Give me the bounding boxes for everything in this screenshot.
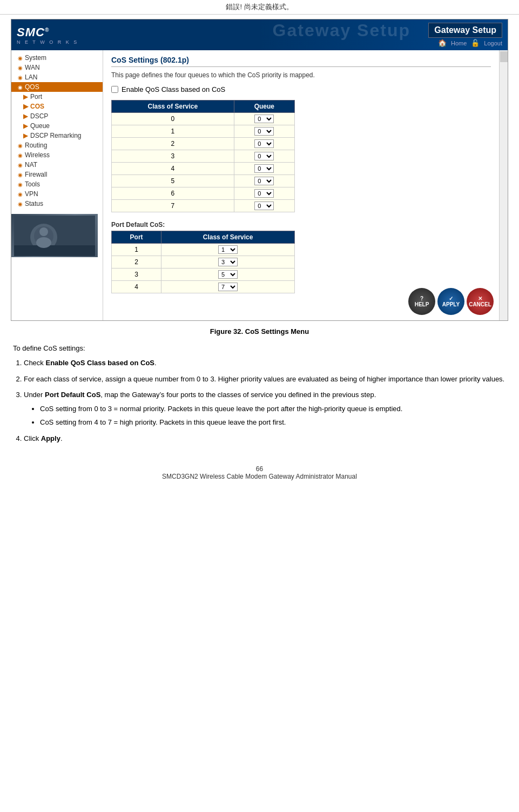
scrollbar[interactable] [499, 50, 508, 320]
sidebar-item-vpn[interactable]: ◉ VPN [11, 189, 103, 199]
sidebar-item-port[interactable]: ▶ Port [11, 92, 103, 102]
sidebar-item-wireless[interactable]: ◉ Wireless [11, 150, 103, 160]
table-row: 00123 [112, 113, 295, 125]
table-row: 60123 [112, 187, 295, 200]
sidebar-item-nat[interactable]: ◉ NAT [11, 160, 103, 170]
queue-select[interactable]: 0123 [254, 127, 274, 136]
cos-value: 0 [112, 113, 234, 125]
enable-qos-checkbox[interactable] [111, 86, 118, 93]
main-layout: ◉ System ◉ WAN ◉ LAN ◉ QOS ▶ Port ▶ COS [11, 50, 508, 320]
port-cos-select-cell: 1357 [161, 244, 295, 256]
sidebar-item-lan[interactable]: ◉ LAN [11, 72, 103, 82]
smc-logo-text: SMC® [17, 25, 78, 39]
home-link[interactable]: Home [451, 39, 467, 47]
port-col-header: Port [112, 231, 161, 244]
smc-networks-text: N e t w o r k s [17, 39, 78, 45]
bullet-tools: ◉ [18, 182, 23, 187]
queue-select-cell: 0123 [234, 163, 294, 175]
sidebar-item-cos[interactable]: ▶ COS [11, 102, 103, 111]
sidebar-item-dscp-remarking[interactable]: ▶ DSCP Remarking [11, 131, 103, 140]
port-number: 1 [112, 244, 161, 256]
port-number: 4 [112, 281, 161, 293]
queue-col-header: Queue [234, 100, 294, 113]
logout-link[interactable]: Logout [484, 39, 502, 47]
page-description: This page defines the four queues to whi… [111, 71, 491, 79]
enable-qos-label[interactable]: Enable QoS Class based on CoS [122, 85, 225, 93]
table-row: 11357 [112, 244, 295, 256]
bullet-list: CoS setting from 0 to 3 = normal priorit… [40, 404, 506, 428]
port-cos-select[interactable]: 1357 [218, 270, 238, 279]
port-cos-select[interactable]: 1357 [218, 283, 238, 291]
queue-select[interactable]: 0123 [254, 139, 274, 148]
bullet-qos: ◉ [18, 84, 23, 90]
queue-select[interactable]: 0123 [254, 177, 274, 185]
page-title: CoS Settings (802.1p) [111, 56, 491, 67]
arrow-dscp: ▶ [23, 112, 28, 120]
sidebar-item-queue[interactable]: ▶ Queue [11, 121, 103, 131]
step-4: Click Apply. [24, 433, 506, 444]
svg-point-4 [39, 227, 48, 236]
sidebar-item-status[interactable]: ◉ Status [11, 199, 103, 209]
sidebar-item-tools[interactable]: ◉ Tools [11, 179, 103, 189]
port-cos-col-header: Class of Service [161, 231, 295, 244]
queue-select[interactable]: 0123 [254, 202, 274, 210]
step3-bold: Port Default CoS [45, 391, 100, 399]
steps-list: Check Enable QoS Class based on CoS. For… [24, 358, 506, 444]
bullet-vpn: ◉ [18, 191, 23, 197]
page-number: 66 [0, 465, 519, 473]
bullet-nat: ◉ [18, 162, 23, 168]
manual-title: SMCD3GN2 Wireless Cable Modem Gateway Ad… [0, 473, 519, 480]
bullet-status: ◉ [18, 201, 23, 207]
body-intro: To define CoS settings: [13, 344, 506, 352]
bullet-wireless: ◉ [18, 152, 23, 158]
table-row: 40123 [112, 163, 295, 175]
gateway-watermark: Gateway Setup [273, 21, 410, 41]
queue-select-cell: 0123 [234, 125, 294, 138]
arrow-queue: ▶ [23, 122, 28, 130]
svg-rect-2 [14, 245, 95, 256]
sidebar-item-wan[interactable]: ◉ WAN [11, 63, 103, 72]
table-row: 30123 [112, 150, 295, 163]
home-icon: 🏠 [438, 39, 447, 47]
enable-checkbox-row: Enable QoS Class based on CoS [111, 85, 491, 93]
port-cos-select[interactable]: 1357 [218, 245, 238, 254]
cancel-button[interactable]: ✕ CANCEL [467, 288, 494, 315]
gateway-setup-label: Gateway Setup [428, 23, 502, 38]
sidebar-item-qos[interactable]: ◉ QOS [11, 82, 103, 92]
port-default-label: Port Default CoS: [111, 221, 491, 229]
action-buttons: ? HELP ✓ APPLY ✕ CANCEL [408, 288, 494, 315]
apply-icon: ✓ [449, 296, 453, 301]
apply-button[interactable]: ✓ APPLY [437, 288, 464, 315]
sidebar-item-routing[interactable]: ◉ Routing [11, 140, 103, 150]
queue-select[interactable]: 0123 [254, 115, 274, 123]
sidebar-item-dscp[interactable]: ▶ DSCP [11, 111, 103, 121]
step1-bold: Enable QoS Class based on CoS [45, 359, 154, 367]
port-cos-select[interactable]: 1357 [218, 258, 238, 266]
table-row: 31357 [112, 269, 295, 281]
table-row: 20123 [112, 138, 295, 150]
bullet-lan: ◉ [18, 75, 23, 80]
help-button[interactable]: ? HELP [408, 288, 435, 315]
cancel-icon: ✕ [478, 296, 482, 301]
queue-select[interactable]: 0123 [254, 189, 274, 198]
bullet-firewall: ◉ [18, 172, 23, 178]
queue-select-cell: 0123 [234, 150, 294, 163]
cos-value: 2 [112, 138, 234, 150]
port-number: 2 [112, 256, 161, 269]
step4-bold: Apply [41, 434, 60, 442]
cos-value: 3 [112, 150, 234, 163]
queue-select[interactable]: 0123 [254, 164, 274, 173]
sidebar: ◉ System ◉ WAN ◉ LAN ◉ QOS ▶ Port ▶ COS [11, 50, 103, 320]
queue-select-cell: 0123 [234, 113, 294, 125]
sidebar-item-system[interactable]: ◉ System [11, 53, 103, 63]
cos-value: 7 [112, 200, 234, 212]
bullet-system: ◉ [18, 55, 23, 61]
sidebar-item-firewall[interactable]: ◉ Firewall [11, 170, 103, 179]
content-area: CoS Settings (802.1p) This page defines … [103, 50, 499, 320]
bullet-item-1: CoS setting from 0 to 3 = normal priorit… [40, 404, 506, 414]
queue-select[interactable]: 0123 [254, 152, 274, 160]
error-header: 錯誤! 尚未定義樣式。 [0, 0, 519, 15]
cos-value: 1 [112, 125, 234, 138]
queue-select-cell: 0123 [234, 175, 294, 187]
cos-value: 5 [112, 175, 234, 187]
